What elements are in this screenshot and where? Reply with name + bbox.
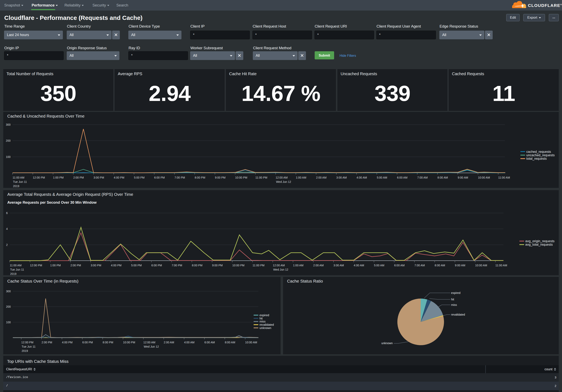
svg-text:unknown: unknown: [259, 326, 271, 330]
svg-text:2:00 PM: 2:00 PM: [70, 264, 81, 267]
svg-text:12:00 PM: 12:00 PM: [33, 176, 45, 179]
svg-text:11:00 AM: 11:00 AM: [498, 176, 510, 179]
svg-text:5:00 AM: 5:00 AM: [377, 176, 387, 179]
svg-text:5:00 AM: 5:00 AM: [374, 264, 384, 267]
svg-text:unknown: unknown: [381, 342, 393, 345]
svg-text:10:00 AM: 10:00 AM: [478, 176, 490, 179]
svg-text:9:00 PM: 9:00 PM: [215, 176, 225, 179]
svg-text:4:00 PM: 4:00 PM: [111, 264, 121, 267]
svg-text:7:00 PM: 7:00 PM: [172, 264, 182, 267]
svg-text:11:00 AM: 11:00 AM: [495, 264, 507, 267]
svg-text:miss: miss: [451, 303, 457, 306]
svg-text:3:00 PM: 3:00 PM: [91, 264, 101, 267]
svg-text:1:00 PM: 1:00 PM: [50, 264, 61, 267]
svg-text:revalidated: revalidated: [259, 323, 274, 326]
svg-text:9:00 AM: 9:00 AM: [455, 264, 465, 267]
svg-text:11:00 AM: 11:00 AM: [12, 176, 24, 179]
svg-text:200: 200: [6, 305, 11, 308]
svg-text:10:00 PM: 10:00 PM: [123, 341, 135, 344]
svg-text:Wed Jun 12: Wed Jun 12: [144, 345, 159, 348]
svg-text:2:00 AM: 2:00 AM: [313, 264, 324, 267]
svg-text:100: 100: [6, 321, 11, 324]
svg-text:10:00 PM: 10:00 PM: [235, 176, 247, 179]
svg-text:avg_total_requests: avg_total_requests: [525, 243, 553, 246]
svg-text:300: 300: [6, 123, 11, 126]
svg-text:4:00 AM: 4:00 AM: [354, 264, 364, 267]
svg-text:revalidated: revalidated: [451, 313, 465, 316]
svg-text:3:00 AM: 3:00 AM: [336, 176, 347, 179]
svg-text:7:00 AM: 7:00 AM: [417, 176, 428, 179]
svg-text:8:00 AM: 8:00 AM: [435, 264, 445, 267]
svg-text:miss: miss: [259, 320, 266, 323]
svg-text:total_requests: total_requests: [526, 157, 547, 161]
svg-text:6:00 AM: 6:00 AM: [394, 264, 404, 267]
svg-text:10:00 AM: 10:00 AM: [475, 264, 487, 267]
svg-text:2:00 AM: 2:00 AM: [164, 341, 174, 344]
svg-text:4:00 AM: 4:00 AM: [357, 176, 367, 179]
svg-text:6:00 PM: 6:00 PM: [154, 176, 165, 179]
svg-text:1:00 AM: 1:00 AM: [293, 264, 303, 267]
svg-text:6:00 PM: 6:00 PM: [82, 341, 93, 344]
svg-text:1:00 PM: 1:00 PM: [53, 176, 64, 179]
svg-text:12:00 AM: 12:00 AM: [276, 176, 288, 179]
svg-text:5:00 PM: 5:00 PM: [134, 176, 145, 179]
svg-text:Wed Jun 12: Wed Jun 12: [273, 268, 288, 271]
svg-text:1:00 AM: 1:00 AM: [296, 176, 306, 179]
svg-text:11:00 PM: 11:00 PM: [253, 264, 265, 267]
svg-text:12:00 AM: 12:00 AM: [143, 341, 155, 344]
svg-text:3:00 PM: 3:00 PM: [94, 176, 104, 179]
svg-text:2019: 2019: [10, 272, 16, 275]
svg-text:12:00 PM: 12:00 PM: [21, 341, 34, 344]
svg-text:cached_requests: cached_requests: [526, 150, 551, 154]
svg-text:9:00 PM: 9:00 PM: [212, 264, 222, 267]
svg-text:uncached_requests: uncached_requests: [526, 153, 555, 157]
svg-text:10:00 AM: 10:00 AM: [245, 341, 257, 344]
svg-text:avg_origin_requests: avg_origin_requests: [525, 239, 554, 243]
svg-text:hit: hit: [451, 298, 454, 301]
svg-text:10:00 PM: 10:00 PM: [232, 264, 245, 267]
svg-text:9:00 AM: 9:00 AM: [458, 176, 468, 179]
svg-text:5:00 PM: 5:00 PM: [131, 264, 142, 267]
svg-text:12:00 PM: 12:00 PM: [30, 264, 42, 267]
svg-text:6: 6: [6, 211, 8, 215]
svg-text:12:00 AM: 12:00 AM: [273, 264, 285, 267]
svg-text:2: 2: [6, 243, 8, 246]
svg-text:expired: expired: [451, 291, 460, 295]
svg-text:2:00 AM: 2:00 AM: [316, 176, 327, 179]
svg-text:3:00 AM: 3:00 AM: [334, 264, 344, 267]
svg-text:6:00 AM: 6:00 AM: [204, 341, 215, 344]
svg-text:8:00 PM: 8:00 PM: [195, 176, 205, 179]
svg-text:8:00 AM: 8:00 AM: [437, 176, 448, 179]
svg-text:100: 100: [6, 155, 11, 159]
svg-text:8:00 AM: 8:00 AM: [225, 341, 235, 344]
svg-text:11:00 PM: 11:00 PM: [256, 176, 268, 179]
svg-text:2019: 2019: [22, 349, 28, 352]
svg-text:expired: expired: [259, 313, 269, 317]
svg-text:Wed Jun 12: Wed Jun 12: [276, 180, 291, 184]
svg-text:6:00 AM: 6:00 AM: [397, 176, 407, 179]
svg-text:200: 200: [6, 139, 11, 142]
svg-text:2:00 PM: 2:00 PM: [42, 341, 52, 344]
svg-text:7:00 PM: 7:00 PM: [174, 176, 185, 179]
svg-text:Tue Jun 11: Tue Jun 11: [10, 268, 24, 271]
svg-text:300: 300: [6, 290, 11, 293]
svg-text:4:00 PM: 4:00 PM: [114, 176, 124, 179]
svg-text:8:00 PM: 8:00 PM: [103, 341, 113, 344]
svg-text:6:00 PM: 6:00 PM: [152, 264, 162, 267]
svg-text:4: 4: [6, 227, 8, 231]
svg-text:11:00 AM: 11:00 AM: [10, 264, 22, 267]
svg-text:7:00 AM: 7:00 AM: [414, 264, 425, 267]
svg-text:2019: 2019: [13, 184, 19, 188]
svg-text:hit: hit: [259, 317, 263, 320]
svg-text:8:00 PM: 8:00 PM: [192, 264, 202, 267]
svg-text:Tue Jun 11: Tue Jun 11: [22, 345, 36, 348]
svg-text:2:00 PM: 2:00 PM: [73, 176, 84, 179]
svg-text:Tue Jun 11: Tue Jun 11: [13, 180, 27, 184]
svg-text:4:00 PM: 4:00 PM: [62, 341, 73, 344]
svg-text:4:00 AM: 4:00 AM: [184, 341, 194, 344]
